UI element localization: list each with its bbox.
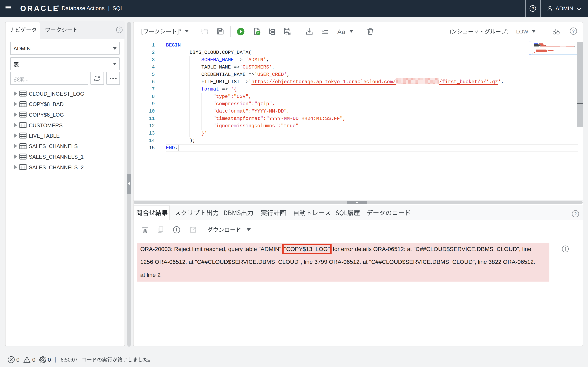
- svg-text:?: ?: [118, 28, 121, 32]
- svg-text:?: ?: [574, 211, 577, 216]
- svg-text:?: ?: [532, 6, 534, 11]
- svg-text:?: ?: [572, 29, 575, 34]
